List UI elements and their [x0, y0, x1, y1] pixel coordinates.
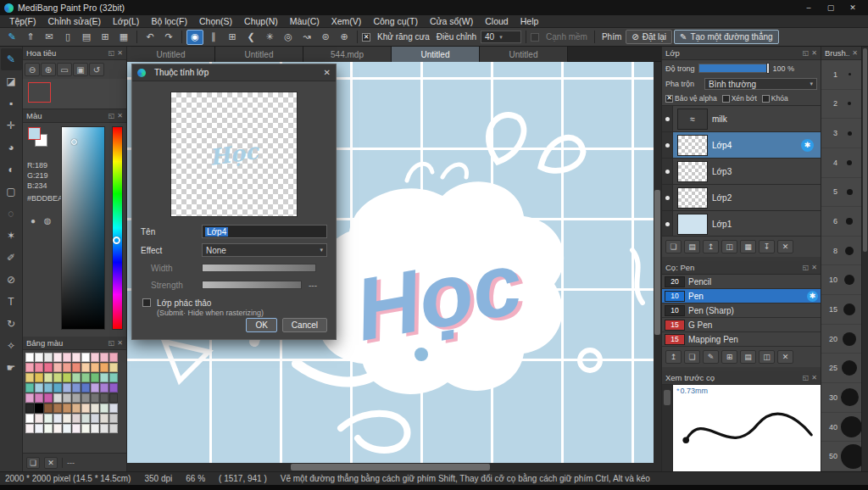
- palette-swatch[interactable]: [109, 363, 118, 372]
- palette-swatch[interactable]: [91, 363, 99, 372]
- brush-size-item[interactable]: 5: [821, 178, 861, 208]
- brush-size-item[interactable]: 2: [821, 90, 861, 120]
- magic-wand-tool[interactable]: ✶: [1, 225, 22, 247]
- canvas-horizontal-scrollbar[interactable]: [127, 463, 654, 471]
- snap-off-button[interactable]: ◉: [186, 30, 203, 45]
- palette-swatch[interactable]: [53, 414, 62, 423]
- lasso-tool[interactable]: ◌: [1, 203, 22, 225]
- comment-button[interactable]: ✉: [41, 30, 58, 45]
- palette-swatch[interactable]: [72, 424, 81, 433]
- layer-row[interactable]: Lớp4: [662, 132, 821, 159]
- brush-action-button[interactable]: ❏: [684, 350, 700, 364]
- menu-item[interactable]: Cloud: [479, 16, 514, 26]
- palette-swatch[interactable]: [44, 353, 53, 362]
- brush-size-item[interactable]: 4: [821, 148, 861, 178]
- palette-swatch[interactable]: [100, 414, 108, 423]
- float-panel-icon[interactable]: ◱: [803, 374, 810, 381]
- palette-swatch[interactable]: [35, 414, 43, 423]
- menu-item[interactable]: Tệp(F): [3, 16, 42, 26]
- brush-size-item[interactable]: 20: [821, 325, 861, 354]
- brush-action-button[interactable]: ◫: [759, 350, 775, 364]
- palette-swatch[interactable]: [44, 424, 53, 433]
- move-tool[interactable]: ✛: [1, 114, 22, 136]
- vertical-scroll-thumb[interactable]: [654, 190, 660, 334]
- layer-action-button[interactable]: ▤: [684, 240, 700, 253]
- new-file-button[interactable]: ▯: [59, 30, 76, 45]
- brush-size-item[interactable]: 8: [821, 237, 861, 266]
- palette-swatch[interactable]: [35, 393, 43, 403]
- palette-swatch[interactable]: [100, 424, 108, 433]
- close-button[interactable]: ✕: [842, 0, 864, 15]
- layer-action-button[interactable]: ▦: [740, 240, 756, 253]
- palette-swatch[interactable]: [44, 404, 53, 413]
- brush-size-item[interactable]: 30: [821, 383, 861, 413]
- zoom-out-button[interactable]: ⊖: [25, 63, 40, 76]
- palette-swatch[interactable]: [25, 393, 34, 403]
- layer-action-button[interactable]: ↧: [759, 240, 775, 253]
- palette-swatch[interactable]: [72, 393, 81, 403]
- close-panel-icon[interactable]: ✕: [811, 374, 817, 381]
- horizontal-scroll-thumb[interactable]: [291, 464, 491, 471]
- adjust-dropdown[interactable]: 40 ▾: [481, 31, 521, 43]
- layer-name-input[interactable]: Lớp4: [202, 225, 327, 238]
- delete-color-button[interactable]: ✕: [44, 457, 58, 469]
- fit-view-button[interactable]: ▭: [57, 63, 72, 76]
- palette-swatch[interactable]: [25, 424, 34, 433]
- palette-swatch[interactable]: [72, 363, 81, 372]
- palette-swatch[interactable]: [91, 393, 99, 403]
- layer-settings-gear-icon[interactable]: [801, 139, 814, 152]
- opacity-slider-handle[interactable]: [766, 63, 770, 74]
- gradient-tool[interactable]: ◐: [1, 159, 22, 181]
- palette-swatch[interactable]: [44, 363, 53, 372]
- brush-action-button[interactable]: ✎: [703, 350, 719, 364]
- brush-settings-gear-icon[interactable]: [807, 291, 818, 302]
- open-file-button[interactable]: ▤: [78, 30, 95, 45]
- document-tab[interactable]: Untitled: [392, 47, 480, 62]
- brush-size-item[interactable]: 6: [821, 207, 861, 237]
- layer-visibility-toggle[interactable]: [662, 132, 673, 158]
- menu-item[interactable]: Chỉnh sửa(E): [42, 16, 107, 26]
- ellipse-snap-button[interactable]: ⊚: [317, 30, 334, 45]
- draft-layer-checkbox[interactable]: [142, 298, 151, 307]
- palette-swatch[interactable]: [53, 404, 62, 413]
- opacity-slider[interactable]: [698, 64, 770, 73]
- brush-action-button[interactable]: ▤: [740, 350, 756, 364]
- brush-row[interactable]: 20 Pencil: [662, 275, 821, 289]
- palette-swatch[interactable]: [81, 383, 90, 393]
- palette-swatch[interactable]: [63, 424, 71, 433]
- add-color-button[interactable]: ❏: [26, 457, 40, 469]
- menu-item[interactable]: Xem(V): [326, 16, 368, 26]
- palette-swatch[interactable]: [44, 393, 53, 403]
- palette-swatch[interactable]: [81, 414, 90, 423]
- foreground-color-swatch[interactable]: [28, 127, 41, 140]
- menu-item[interactable]: Chọn(S): [193, 16, 238, 26]
- palette-swatch[interactable]: [91, 373, 99, 382]
- palette-swatch[interactable]: [25, 383, 34, 393]
- layer-row[interactable]: Lớp3: [662, 159, 821, 185]
- palette-swatch[interactable]: [100, 373, 108, 382]
- layer-action-button[interactable]: ◫: [721, 240, 737, 253]
- fill-tool[interactable]: ◕: [1, 136, 22, 159]
- palette-swatch[interactable]: [44, 373, 53, 382]
- palette-swatch[interactable]: [63, 383, 71, 393]
- parallel-snap-button[interactable]: ∥: [205, 30, 222, 45]
- layer-visibility-toggle[interactable]: [662, 159, 673, 184]
- palette-swatch[interactable]: [81, 404, 90, 413]
- eyedropper-tool[interactable]: ✧: [1, 335, 22, 357]
- vanishing-point-snap-button[interactable]: ❮: [242, 30, 259, 45]
- palette-swatch[interactable]: [100, 363, 108, 372]
- radial-snap-button[interactable]: ✳: [261, 30, 278, 45]
- palette-swatch[interactable]: [53, 383, 62, 393]
- curve-snap-button[interactable]: ↝: [298, 30, 315, 45]
- document-tab[interactable]: Untitled: [127, 47, 215, 62]
- palette-swatch[interactable]: [25, 414, 34, 423]
- paint-mode-icon[interactable]: ✎: [3, 30, 20, 45]
- hand-tool[interactable]: ☛: [1, 357, 22, 379]
- grid-view-button[interactable]: ⊞: [97, 30, 114, 45]
- palette-swatch[interactable]: [81, 424, 90, 433]
- select-eraser-tool[interactable]: ⊘: [1, 269, 22, 291]
- palette-swatch[interactable]: [25, 363, 34, 372]
- layer-visibility-toggle[interactable]: [662, 211, 673, 237]
- redo-button[interactable]: ↷: [160, 30, 177, 45]
- palette-swatch[interactable]: [100, 383, 108, 393]
